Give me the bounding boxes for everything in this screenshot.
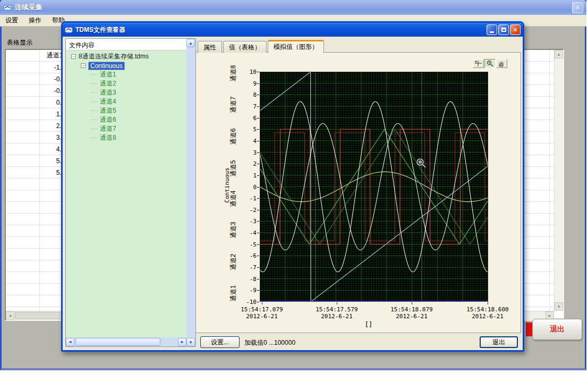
y-tick-label: -2 bbox=[237, 207, 257, 214]
tree-connector bbox=[90, 92, 98, 93]
scroll-down-icon[interactable]: ▼ bbox=[555, 302, 563, 311]
dialog-icon bbox=[65, 26, 73, 34]
menu-item-1[interactable]: 操作 bbox=[23, 14, 47, 27]
tree-channel-row[interactable]: 通道4 bbox=[66, 97, 186, 106]
y-tick-label: 10 bbox=[237, 69, 257, 75]
tree-channels: 通道1通道2通道3通道4通道5通道6通道7通道8 bbox=[66, 70, 186, 142]
channel-label-通道7: 通道7 bbox=[229, 89, 237, 121]
y-tick-mark bbox=[257, 152, 259, 153]
scroll-left-icon[interactable]: ◄ bbox=[6, 311, 14, 320]
file-tree[interactable]: - 8通道连续采集存储.tdms - Continuous 通道1通道2通道3通… bbox=[66, 50, 186, 337]
y-tick-mark bbox=[257, 279, 259, 279]
main-titlebar[interactable]: 连续采集 ✕ bbox=[0, 0, 586, 15]
tree-channel-label[interactable]: 通道3 bbox=[100, 88, 116, 97]
zoom-tool-icon[interactable] bbox=[484, 59, 496, 68]
tree-channel-row[interactable]: 通道5 bbox=[66, 106, 186, 115]
y-tick-mark bbox=[257, 129, 259, 130]
tree-channel-row[interactable]: 通道2 bbox=[66, 79, 186, 88]
tree-channel-row[interactable]: 通道3 bbox=[66, 88, 186, 97]
y-tick-label: -6 bbox=[237, 252, 257, 259]
close-icon[interactable]: ✕ bbox=[510, 24, 521, 35]
main-exit-button[interactable]: 退出 bbox=[532, 319, 582, 340]
collapse-icon[interactable]: - bbox=[71, 54, 76, 59]
x-tick-time: 15:54:18.600 bbox=[461, 306, 514, 313]
scroll-down-icon[interactable]: ▼ bbox=[186, 338, 195, 346]
scroll-right-icon[interactable]: ► bbox=[178, 338, 186, 346]
tree-root-label[interactable]: 8通道连续采集存储.tdms bbox=[79, 52, 149, 61]
tree-group-row[interactable]: - Continuous bbox=[66, 61, 186, 70]
pan-tool-icon[interactable] bbox=[496, 59, 507, 68]
y-tick-label: 7 bbox=[237, 103, 257, 110]
y-tick-label: -8 bbox=[237, 276, 257, 283]
scroll-up-icon[interactable]: ▲ bbox=[555, 50, 563, 58]
app-icon bbox=[3, 3, 12, 12]
tree-channel-label[interactable]: 通道2 bbox=[100, 79, 116, 88]
y-tick-mark bbox=[257, 164, 259, 164]
x-tick-mark bbox=[412, 302, 412, 304]
y-tick-mark bbox=[257, 210, 259, 210]
y-tick-label: 1 bbox=[237, 172, 257, 179]
file-panel-header: 文件内容 bbox=[66, 39, 186, 50]
channel-label-通道8: 通道8 bbox=[229, 57, 237, 89]
y-tick-mark bbox=[257, 118, 259, 118]
tree-channel-label[interactable]: 通道8 bbox=[100, 133, 116, 142]
x-tick-date: 2012-6-21 bbox=[235, 313, 288, 320]
crosshair-tool-icon[interactable] bbox=[473, 59, 484, 68]
tab-1[interactable]: 值（表格） bbox=[223, 41, 267, 53]
tree-channel-label[interactable]: 通道4 bbox=[100, 97, 116, 106]
collapse-icon[interactable]: - bbox=[81, 63, 86, 68]
load-range-text: 加载值0 ...100000 bbox=[244, 338, 295, 347]
tree-channel-label[interactable]: 通道7 bbox=[100, 124, 116, 133]
tree-channel-row[interactable]: 通道1 bbox=[66, 70, 186, 79]
table-vscrollbar[interactable]: ▲ ▼ bbox=[554, 50, 563, 311]
tree-connector bbox=[90, 129, 98, 129]
dialog-titlebar[interactable]: TDMS文件查看器 ✕ bbox=[63, 23, 523, 37]
y-tick-label: 9 bbox=[237, 80, 257, 87]
tree-channel-label[interactable]: 通道5 bbox=[100, 106, 116, 115]
channel-label-通道3: 通道3 bbox=[229, 214, 237, 246]
tab-2[interactable]: 模拟值（图形） bbox=[268, 40, 324, 53]
y-tick-label: -3 bbox=[237, 218, 257, 225]
x-tick-time: 15:54:18.079 bbox=[385, 306, 438, 313]
x-tick-time: 15:54:17.079 bbox=[235, 306, 288, 313]
maximize-icon[interactable] bbox=[498, 24, 509, 35]
tree-channel-row[interactable]: 通道8 bbox=[66, 133, 186, 142]
x-tick-mark bbox=[337, 302, 337, 304]
y-tick-label: 6 bbox=[237, 115, 257, 122]
y-tick-label: 2 bbox=[237, 160, 257, 167]
tree-channel-row[interactable]: 通道6 bbox=[66, 115, 186, 124]
x-tick-date: 2012-6-21 bbox=[310, 313, 363, 320]
file-content-panel: 文件内容 - 8通道连续采集存储.tdms - Continuous 通道1通道… bbox=[65, 38, 196, 347]
tab-0[interactable]: 属性 bbox=[198, 41, 222, 53]
y-tick-label: -7 bbox=[237, 264, 257, 271]
y-tick-mark bbox=[257, 256, 259, 256]
scroll-left-icon[interactable]: ◄ bbox=[66, 338, 74, 346]
tree-hscrollbar[interactable]: ◄ ► bbox=[66, 337, 186, 346]
y-tick-label: 4 bbox=[237, 138, 257, 145]
tree-connector bbox=[90, 83, 98, 84]
menu-item-0[interactable]: 设置 bbox=[0, 14, 23, 27]
main-close-icon[interactable]: ✕ bbox=[572, 2, 583, 13]
y-tick-mark bbox=[257, 95, 259, 95]
y-tick-mark bbox=[257, 106, 259, 107]
waveform-plot[interactable] bbox=[260, 72, 488, 302]
settings-button[interactable]: 设置... bbox=[200, 336, 240, 348]
tree-root-row[interactable]: - 8通道连续采集存储.tdms bbox=[66, 52, 186, 61]
tree-channel-label[interactable]: 通道6 bbox=[100, 115, 116, 124]
tree-group-label[interactable]: Continuous bbox=[88, 62, 125, 70]
tree-channel-row[interactable]: 通道7 bbox=[66, 124, 186, 133]
y-tick-label: -5 bbox=[237, 241, 257, 248]
tree-connector bbox=[90, 74, 98, 75]
minimize-icon[interactable] bbox=[487, 24, 497, 35]
tree-channel-label[interactable]: 通道1 bbox=[100, 70, 116, 79]
y-tick-mark bbox=[257, 244, 259, 245]
x-tick-date: 2012-6-21 bbox=[385, 313, 438, 320]
hscroll-thumb[interactable] bbox=[75, 338, 160, 346]
tdms-viewer-dialog: TDMS文件查看器 ✕ 文件内容 - 8通道连续采集存储.tdms - Cont… bbox=[61, 21, 524, 352]
scroll-up-icon[interactable]: ▲ bbox=[186, 39, 195, 47]
channel-label-通道6: 通道6 bbox=[229, 121, 237, 152]
tree-connector bbox=[90, 101, 98, 102]
y-tick-mark bbox=[257, 187, 259, 188]
dialog-exit-button[interactable]: 退出 bbox=[480, 336, 518, 348]
tree-vscrollbar[interactable]: ▲ ▼ bbox=[186, 39, 195, 346]
